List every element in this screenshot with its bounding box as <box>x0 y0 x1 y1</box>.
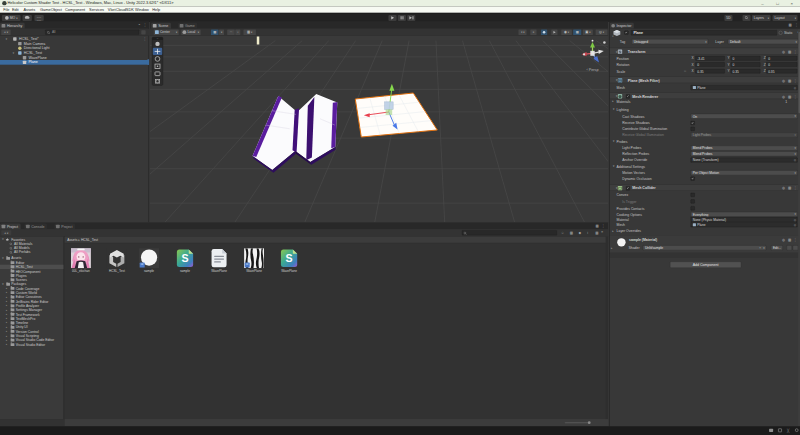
svg-text:‹ Persp: ‹ Persp <box>586 68 598 72</box>
svg-text:S: S <box>286 252 293 264</box>
svg-text:S: S <box>181 252 188 264</box>
